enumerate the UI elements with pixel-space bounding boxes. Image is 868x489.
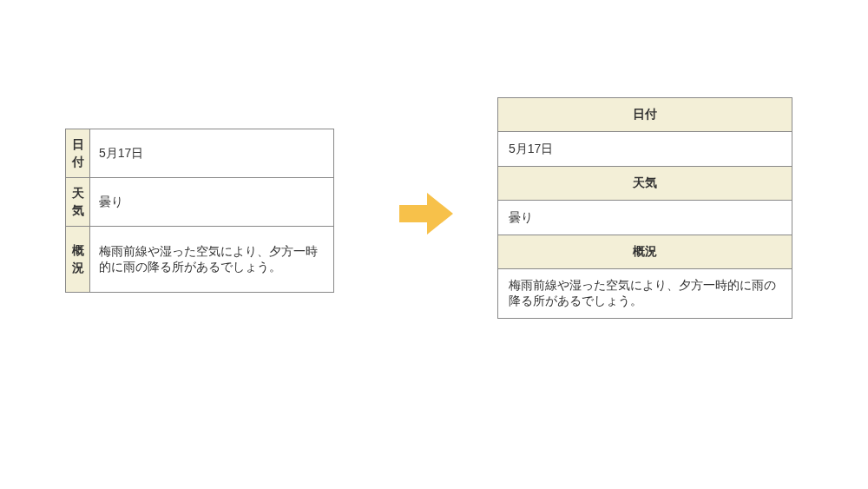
table-row: 曇り bbox=[498, 201, 792, 235]
cell-date: 5月17日 bbox=[90, 129, 334, 178]
table-row: 梅雨前線や湿った空気により、夕方一時的に雨の降る所があるでしょう。 bbox=[498, 269, 792, 319]
table-row: 概況 bbox=[498, 235, 792, 269]
table-row: 天気 bbox=[498, 167, 792, 201]
arrow-right-icon bbox=[399, 193, 453, 235]
cell-summary: 梅雨前線や湿った空気により、夕方一時的に雨の降る所があるでしょう。 bbox=[90, 227, 334, 293]
header-summary: 概況 bbox=[498, 235, 792, 269]
stacked-header-table: 日付 5月17日 天気 曇り 概況 梅雨前線や湿った空気により、夕方一時的に雨の… bbox=[497, 97, 792, 319]
svg-marker-0 bbox=[399, 193, 453, 235]
table-row: 概況 梅雨前線や湿った空気により、夕方一時的に雨の降る所があるでしょう。 bbox=[66, 227, 334, 293]
table-row: 5月17日 bbox=[498, 132, 792, 167]
header-date: 日付 bbox=[66, 129, 90, 178]
cell-weather: 曇り bbox=[498, 201, 792, 235]
cell-weather: 曇り bbox=[90, 178, 334, 227]
horizontal-header-table: 日付 5月17日 天気 曇り 概況 梅雨前線や湿った空気により、夕方一時的に雨の… bbox=[65, 129, 334, 293]
cell-summary: 梅雨前線や湿った空気により、夕方一時的に雨の降る所があるでしょう。 bbox=[498, 269, 792, 319]
table-row: 天気 曇り bbox=[66, 178, 334, 227]
header-weather: 天気 bbox=[498, 167, 792, 201]
table-row: 日付 5月17日 bbox=[66, 129, 334, 178]
header-date: 日付 bbox=[498, 98, 792, 132]
cell-date: 5月17日 bbox=[498, 132, 792, 167]
header-weather: 天気 bbox=[66, 178, 90, 227]
table-row: 日付 bbox=[498, 98, 792, 132]
header-summary: 概況 bbox=[66, 227, 90, 293]
